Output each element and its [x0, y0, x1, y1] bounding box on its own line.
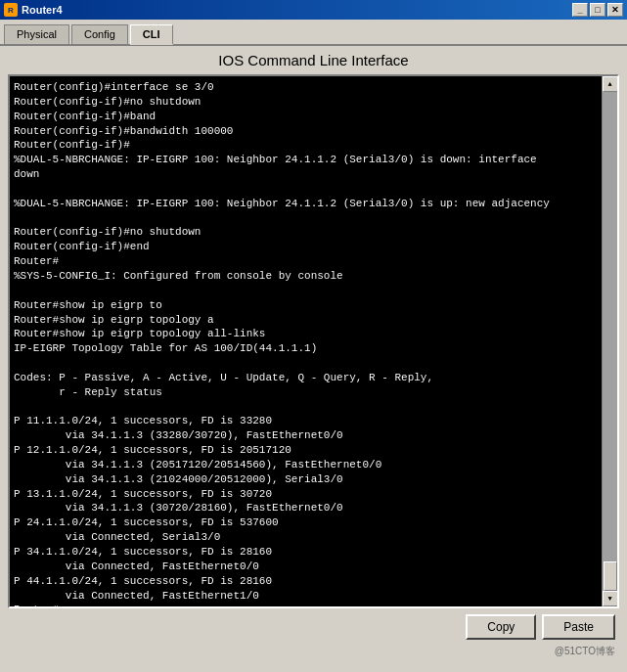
scroll-down-button[interactable]: ▼: [603, 591, 618, 606]
tab-cli[interactable]: CLI: [130, 24, 173, 45]
close-button[interactable]: ✕: [607, 3, 623, 17]
cli-text-area[interactable]: Router(config)#interface se 3/0 Router(c…: [10, 76, 602, 606]
paste-button[interactable]: Paste: [542, 614, 615, 640]
window-controls[interactable]: _ □ ✕: [572, 3, 623, 17]
window-title: Router4: [22, 4, 63, 16]
scroll-track[interactable]: [603, 92, 617, 591]
minimize-button[interactable]: _: [572, 3, 588, 17]
maximize-button[interactable]: □: [590, 3, 605, 17]
main-content: IOS Command Line Interface Router(config…: [0, 46, 627, 665]
tabs-bar: Physical Config CLI: [0, 20, 627, 46]
tab-config[interactable]: Config: [71, 24, 128, 45]
scroll-up-button[interactable]: ▲: [603, 76, 618, 92]
scrollbar[interactable]: ▲ ▼: [602, 76, 617, 606]
title-bar-left: R Router4: [4, 3, 63, 17]
title-bar: R Router4 _ □ ✕: [0, 0, 627, 20]
panel-title: IOS Command Line Interface: [8, 52, 619, 68]
tab-physical[interactable]: Physical: [4, 24, 69, 45]
copy-button[interactable]: Copy: [466, 614, 536, 640]
scroll-thumb[interactable]: [604, 561, 617, 591]
app-icon: R: [4, 3, 18, 17]
cli-panel: Router(config)#interface se 3/0 Router(c…: [8, 74, 619, 608]
watermark: @51CTO博客: [8, 644, 619, 659]
bottom-bar: Copy Paste: [8, 608, 619, 644]
